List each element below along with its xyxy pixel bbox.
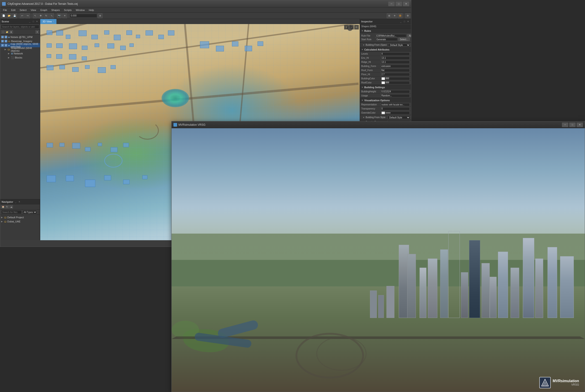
- mid-building-1: [370, 290, 377, 318]
- mvr-close-btn[interactable]: ✕: [577, 122, 583, 127]
- icon-network: ⊞: [11, 52, 13, 55]
- nav-close-icon[interactable]: ✕: [18, 200, 21, 204]
- collapse-icon[interactable]: _: [28, 20, 31, 23]
- minimize-button[interactable]: ─: [388, 2, 395, 6]
- viz-options-header[interactable]: ▼ Visualization Options: [360, 98, 411, 103]
- inspector-header: Inspector _ □ ✕: [360, 19, 411, 24]
- expand-arrow-blocks[interactable]: ▶: [8, 56, 10, 59]
- menu-select[interactable]: Select: [18, 8, 28, 12]
- rotate-btn[interactable]: ↻: [44, 13, 49, 18]
- inspector-collapse-icon[interactable]: _: [399, 20, 402, 23]
- close-button[interactable]: ✕: [403, 2, 409, 6]
- tree-item-noises[interactable]: ✓ ✓ ◈ Noises @781_UFM: [0, 35, 40, 39]
- rule-file-input[interactable]: [375, 34, 406, 37]
- viewport-tab-close[interactable]: ×: [53, 20, 54, 23]
- attr-roof-form: Roof_Form flat: [360, 68, 411, 72]
- nav-type-filter[interactable]: All Types: [23, 210, 37, 214]
- zoom-in-btn[interactable]: +: [344, 25, 349, 30]
- menu-help[interactable]: Help: [87, 8, 96, 12]
- mvr-minimize-btn[interactable]: ─: [562, 122, 568, 127]
- attr-usage-label: Usage: [361, 94, 380, 97]
- tree-item-blocks[interactable]: ▶ ⬛ Blocks: [0, 56, 40, 60]
- nav-home-btn[interactable]: 🏠: [1, 205, 5, 209]
- nav-btn[interactable]: ⊞: [387, 13, 392, 18]
- mvr-logo-svg: [541, 378, 550, 387]
- camera-btn[interactable]: 📷: [57, 13, 62, 18]
- nav-collapse-icon[interactable]: _: [14, 200, 17, 204]
- nav-default-project[interactable]: ▶ 🗂 Default Project: [0, 215, 40, 220]
- building-from-row[interactable]: ▼ Building From (Speci Default Style: [360, 43, 411, 47]
- light-btn[interactable]: ☀: [62, 13, 67, 18]
- nav-refresh-btn[interactable]: ↻: [5, 205, 9, 209]
- mvr-maximize-btn[interactable]: □: [569, 122, 576, 127]
- viewport-tab-label: 3D View: [42, 20, 52, 23]
- start-rule-input[interactable]: [375, 38, 397, 41]
- menu-file[interactable]: File: [1, 8, 9, 12]
- assign-button[interactable]: Assign: [407, 34, 411, 37]
- move-btn[interactable]: ✥: [38, 13, 43, 18]
- menu-scripts[interactable]: Scripts: [62, 8, 73, 12]
- building-from-style-row[interactable]: ▼ Building From Style Default Style: [360, 115, 411, 120]
- menu-view[interactable]: View: [29, 8, 38, 12]
- scale-btn[interactable]: ⤡: [49, 13, 54, 18]
- inspector-max-icon[interactable]: □: [403, 20, 406, 23]
- tree-item-shapemodel[interactable]: ▶ 🗂 ShapeModel (6848 objects): [0, 47, 40, 52]
- building-settings-header[interactable]: ▼ Building Settings: [360, 85, 411, 90]
- inspector-close-icon[interactable]: ✕: [407, 20, 410, 23]
- menu-window[interactable]: Window: [74, 8, 86, 12]
- layer-vis-basemap[interactable]: ✓: [4, 40, 7, 42]
- zoom-out-btn[interactable]: −: [349, 25, 354, 30]
- attr-ridge-ht: Ridge_Ht 13.1: [360, 60, 411, 64]
- new-btn[interactable]: 📄: [1, 13, 6, 18]
- building-color-swatch[interactable]: [381, 77, 385, 80]
- roof-color-swatch[interactable]: [381, 81, 385, 84]
- expand-arrow-shape[interactable]: ▶: [4, 48, 7, 50]
- settings-btn[interactable]: ⚙: [405, 13, 410, 18]
- layer-checkbox-noises[interactable]: ✓: [1, 36, 4, 38]
- layer-vis-map[interactable]: ✓: [4, 44, 7, 47]
- filter-btn[interactable]: ▼: [35, 30, 39, 34]
- attr-building-form-label: Building_Form: [361, 65, 380, 68]
- layer-checkbox-basemap[interactable]: ✓: [1, 40, 4, 42]
- select-btn[interactable]: ↖: [33, 13, 38, 18]
- nav-arrow-dubai[interactable]: ▶: [1, 220, 3, 223]
- coord-btn[interactable]: ⊕: [97, 13, 103, 18]
- nav-dubai-uae[interactable]: ▶ 🗂 Dubai_UAE: [0, 220, 40, 224]
- folder-btn[interactable]: 📁: [5, 30, 9, 34]
- close-scene-icon[interactable]: ✕: [35, 20, 39, 23]
- menu-shapes[interactable]: Shapes: [49, 8, 62, 12]
- building-from-select[interactable]: Default Style: [388, 44, 410, 47]
- select-rule-button[interactable]: Select...: [398, 38, 410, 41]
- open-btn[interactable]: 📂: [7, 13, 12, 18]
- layer-checkbox-map[interactable]: ✓: [1, 44, 4, 47]
- override-color-swatch[interactable]: [381, 112, 385, 114]
- calc-attrs-header[interactable]: ▼ Calculated Attributes: [360, 47, 411, 52]
- bfs-select[interactable]: Default Style: [388, 116, 410, 119]
- maximize-scene-icon[interactable]: □: [32, 20, 35, 23]
- rules-section: ▼ Rules Rule File Assign Start Rule Sele…: [360, 28, 411, 43]
- viewport-tab-3d[interactable]: 3D View ×: [40, 19, 56, 24]
- attr-transp-label: Transparency: [361, 108, 380, 110]
- add-layer-btn[interactable]: +: [1, 30, 5, 34]
- skyscraper-9: [482, 263, 490, 318]
- skyscraper-4: [428, 258, 437, 318]
- undo-btn[interactable]: ↩: [20, 13, 25, 18]
- fit-btn[interactable]: ⊡: [354, 25, 359, 30]
- delete-layer-btn[interactable]: 🗑: [9, 30, 13, 34]
- expand-arrow-network[interactable]: ▶: [8, 52, 10, 55]
- scene-search-input[interactable]: [1, 25, 39, 29]
- menu-edit[interactable]: Edit: [9, 8, 17, 12]
- sun-btn[interactable]: 🔆: [398, 13, 403, 18]
- nav-arrow-default[interactable]: ▶: [1, 216, 3, 218]
- nav-cloud-btn[interactable]: ☁: [9, 205, 13, 209]
- coordinate-input[interactable]: [70, 14, 97, 18]
- rules-section-header[interactable]: ▼ Rules: [360, 28, 411, 33]
- nav-label-dubai: Dubai_UAE: [7, 220, 20, 223]
- layer-vis-noises[interactable]: ✓: [4, 36, 7, 38]
- fly-btn[interactable]: ✈: [392, 13, 397, 18]
- save-btn[interactable]: 💾: [12, 13, 17, 18]
- redo-btn[interactable]: ↪: [25, 13, 30, 18]
- maximize-button[interactable]: □: [396, 2, 402, 6]
- menu-graph[interactable]: Graph: [38, 8, 49, 12]
- nav-search-input[interactable]: [1, 210, 22, 214]
